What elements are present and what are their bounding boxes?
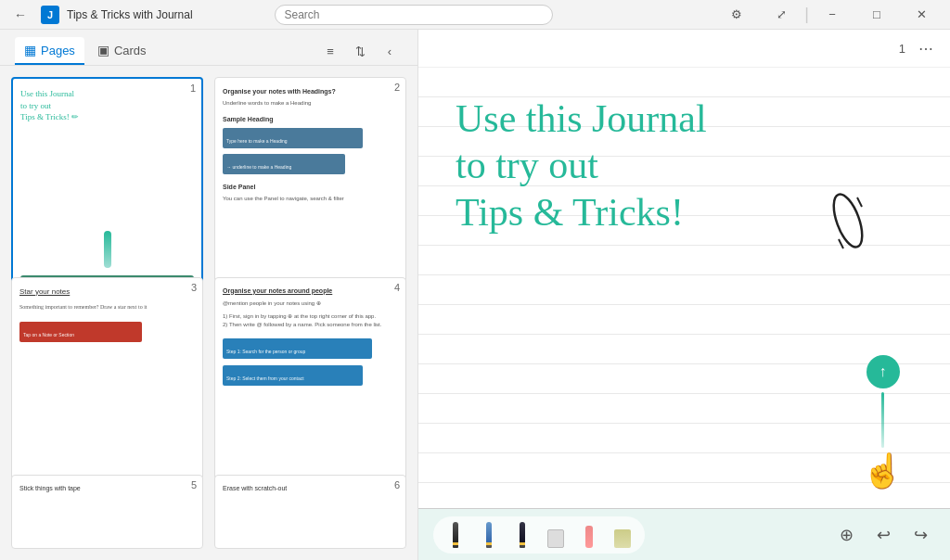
collapse-button[interactable]: ‹ [377,38,403,64]
page-num-3: 3 [191,282,197,293]
sort-button[interactable]: ⇅ [347,38,373,64]
tab-actions: ≡ ⇅ ‹ [317,38,403,64]
yellow-highlighter-tool[interactable] [608,520,637,550]
titlebar-left: ← J Tips & Tricks with Journal [7,2,193,28]
redo-icon: ↪ [914,525,928,545]
page-thumb-5[interactable]: 5 Stick things with tape [11,475,203,549]
sort-icon: ⇅ [355,45,366,58]
page-number-display: 1 [899,42,905,56]
eraser-icon [547,529,564,548]
pink-marker-icon [585,526,593,548]
page-4-bar1: Step 1: Search for the person or group [223,338,372,359]
page-2-demo: Type here to make a Heading [223,128,363,148]
page-num-6: 6 [394,479,400,490]
svg-point-0 [828,191,867,251]
svg-line-1 [839,239,843,248]
page-2-section: Side Panel [223,184,398,190]
right-panel: 1 ⋯ Use this Journal to try out Tips & T… [417,30,950,560]
add-icon: ⊕ [840,525,854,545]
page-4-bar2: Step 2: Select them from your contact [223,365,363,386]
page-3-bar-text: Tap on a Note or Section [23,332,74,337]
back-button[interactable]: ← [7,2,33,28]
page-3-bar: Tap on a Note or Section [19,322,142,342]
minimize-button[interactable]: − [811,0,854,30]
page-header: 1 ⋯ [418,30,950,68]
scroll-indicator: ↑ ☝ [862,355,904,490]
filter-button[interactable]: ≡ [317,38,343,64]
tab-cards-label: Cards [114,44,147,57]
page-2-body: You can use the Panel to navigate, searc… [223,195,398,202]
page-4-sub: @mention people in your notes using ⊕ [223,299,398,307]
page-num-5: 5 [191,479,197,490]
add-tool-button[interactable]: ⊕ [831,520,861,550]
pen-tools [433,516,645,554]
page-num-4: 4 [394,282,400,293]
blue-pen-icon [486,522,492,548]
page-num-1: 1 [190,83,196,94]
page-4-bar1-text: Step 1: Search for the person or group [226,349,305,354]
eraser-tool[interactable] [541,520,571,550]
page-content: Use this Journal to try out Tips & Trick… [418,68,950,560]
dark-pen-icon [520,522,525,548]
pencil-illustration [820,188,876,257]
redo-button[interactable]: ↪ [905,520,935,550]
close-button[interactable]: ✕ [900,0,943,30]
page-5-title: Stick things with tape [19,485,195,491]
more-icon: ⋯ [918,40,933,57]
tab-pages[interactable]: ▦ Pages [15,37,84,65]
scroll-line [881,392,884,448]
main-area: ▦ Pages ▣ Cards ≡ ⇅ ‹ [0,30,950,560]
titlebar: ← J Tips & Tricks with Journal ⚙ ⤢ | − □… [0,0,950,30]
page-2-heading-label: Sample Heading [223,116,398,122]
page-2-demo2-text: → underline to make a Heading [226,164,291,170]
app-title: Tips & Tricks with Journal [67,8,193,21]
tabs-bar: ▦ Pages ▣ Cards ≡ ⇅ ‹ [0,30,417,66]
page-2-sub: Underline words to make a Heading [223,100,398,108]
cards-icon: ▣ [97,43,109,57]
scroll-up-icon: ↑ [879,363,887,380]
blue-pen-tool[interactable] [474,520,504,550]
page-1-title: Use this Journalto try outTips & Tricks!… [20,88,194,123]
black-pen-tool[interactable] [441,520,470,550]
more-options-button[interactable]: ⋯ [913,35,939,61]
page-4-title: Organise your notes around people [223,287,398,294]
page-num-2: 2 [394,82,400,93]
page-3-title: Star your notes [19,287,195,296]
titlebar-controls: ⚙ ⤢ | − □ ✕ [715,0,943,30]
left-panel: ▦ Pages ▣ Cards ≡ ⇅ ‹ [0,30,417,560]
page-4-bar2-text: Step 2: Select them from your contact [226,375,304,381]
page-3-body: Something important to remember? Draw a … [19,303,195,311]
scroll-up-button[interactable]: ↑ [867,355,900,388]
page-thumb-6[interactable]: 6 Erase with scratch-out [214,475,406,549]
hand-cursor-icon: ☝ [862,452,904,490]
page-2-title: Organise your notes with Headings? [223,87,398,95]
pages-icon: ▦ [24,43,36,57]
black-pen-icon [453,522,458,548]
search-input[interactable] [275,5,553,25]
undo-button[interactable]: ↩ [868,520,898,550]
dark-pen-tool[interactable] [507,520,537,550]
pages-grid: 1 Use this Journalto try outTips & Trick… [0,66,417,560]
yellow-highlighter-icon [614,529,631,548]
collapse-icon: ‹ [388,45,392,58]
app-icon: J [41,6,59,24]
toolbar: ⊕ ↩ ↪ [418,508,950,560]
titlebar-nav: ← [7,2,33,28]
svg-line-2 [857,197,862,207]
page-6-title: Erase with scratch-out [223,485,398,491]
page-4-list: 1) First, sign in by tapping ⊕ at the to… [223,312,398,329]
settings-button[interactable]: ⚙ [715,0,758,30]
tab-pages-label: Pages [41,44,75,57]
titlebar-divider: | [804,5,809,24]
expand-button[interactable]: ⤢ [760,0,802,30]
tab-cards[interactable]: ▣ Cards [88,37,156,65]
pink-marker-tool[interactable] [574,520,604,550]
page-2-demo-text: Type here to make a Heading [226,138,288,144]
filter-icon: ≡ [327,45,334,58]
page-6-content: Erase with scratch-out [215,476,405,548]
maximize-button[interactable]: □ [855,0,898,30]
page-2-demo2: → underline to make a Heading [223,154,345,174]
pencil-svg [820,188,876,253]
page-5-content: Stick things with tape [12,476,202,548]
undo-icon: ↩ [877,525,891,545]
